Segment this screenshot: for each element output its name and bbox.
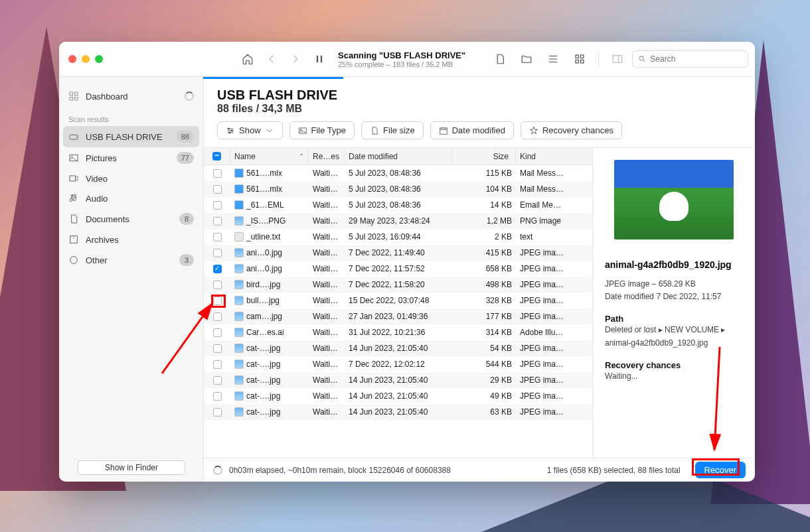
- table-row[interactable]: cat-….jpgWaiti…14 Jun 2023, 21:05:4049 K…: [204, 388, 592, 404]
- row-checkbox[interactable]: [213, 265, 222, 273]
- file-kind: Mail Mess…: [516, 168, 592, 178]
- table-row[interactable]: Car…es.aiWaiti…31 Jul 2022, 10:21:36314 …: [204, 324, 592, 340]
- table-row[interactable]: cat-….jpgWaiti…14 Jun 2023, 21:05:4029 K…: [204, 372, 592, 388]
- table-row[interactable]: cat-….jpgWaiti…7 Dec 2022, 12:02:12544 K…: [204, 356, 592, 372]
- row-checkbox[interactable]: [213, 328, 222, 337]
- file-date: 7 Dec 2022, 12:02:12: [345, 360, 452, 369]
- table-row[interactable]: 561….mlxWaiti…5 Jul 2023, 08:48:36104 KB…: [204, 181, 592, 197]
- maximize-icon[interactable]: [95, 55, 103, 63]
- file-name: cat-….jpg: [246, 344, 280, 353]
- row-checkbox[interactable]: [213, 344, 222, 353]
- row-checkbox[interactable]: [213, 297, 222, 305]
- file-size: 177 KB: [452, 312, 516, 321]
- image-icon: [298, 126, 307, 135]
- sidebar-item-video[interactable]: Video: [59, 168, 203, 188]
- header-name[interactable]: Name⌃: [230, 148, 309, 165]
- sidebar-toggle-icon[interactable]: [609, 51, 625, 67]
- show-in-finder-button[interactable]: Show in Finder: [78, 460, 185, 475]
- row-checkbox[interactable]: [213, 169, 222, 178]
- file-name: ani…0.jpg: [246, 248, 282, 257]
- header-kind[interactable]: Kind: [516, 148, 592, 165]
- file-recovery: Waiti…: [309, 296, 345, 305]
- home-icon[interactable]: [240, 51, 256, 67]
- back-icon[interactable]: [264, 51, 280, 67]
- row-checkbox[interactable]: [213, 376, 222, 385]
- row-checkbox[interactable]: [213, 392, 222, 401]
- grid-view-icon[interactable]: [572, 51, 588, 67]
- row-checkbox[interactable]: [213, 281, 222, 289]
- filter-recovery-button[interactable]: Recovery chances: [521, 121, 622, 139]
- table-row[interactable]: bird….jpgWaiti…7 Dec 2022, 11:58:20498 K…: [204, 277, 592, 293]
- file-icon: [234, 216, 244, 226]
- search-field[interactable]: [632, 50, 748, 68]
- search-input[interactable]: [650, 54, 742, 64]
- header-recovery[interactable]: Re…es: [309, 148, 345, 165]
- row-checkbox[interactable]: [213, 408, 222, 417]
- sidebar-item-label: Dashboard: [86, 92, 128, 101]
- sidebar-badge: 8: [179, 213, 194, 225]
- file-icon: [234, 312, 244, 321]
- table-row[interactable]: _IS….PNGWaiti…29 May 2023, 23:48:241,2 M…: [204, 213, 592, 229]
- sidebar-dashboard[interactable]: Dashboard: [59, 86, 203, 106]
- table-row[interactable]: ani…0.jpgWaiti…7 Dec 2022, 11:57:52658 K…: [204, 261, 592, 277]
- folder-icon[interactable]: [519, 51, 534, 67]
- table-row[interactable]: _utline.txtWaiti…5 Jul 2023, 16:09:442 K…: [204, 229, 592, 245]
- filter-filetype-button[interactable]: File Type: [289, 121, 355, 139]
- row-checkbox[interactable]: [213, 233, 222, 241]
- svg-rect-6: [70, 92, 73, 96]
- row-checkbox[interactable]: [213, 249, 222, 257]
- file-icon: [234, 248, 244, 257]
- pause-icon[interactable]: [311, 51, 327, 67]
- filter-show-button[interactable]: Show: [217, 121, 283, 139]
- minimize-icon[interactable]: [82, 55, 90, 63]
- recover-button[interactable]: Recover: [695, 462, 746, 478]
- table-row[interactable]: ani…0.jpgWaiti…7 Dec 2022, 11:49:40415 K…: [204, 245, 592, 261]
- sidebar-item-archives[interactable]: Archives: [59, 230, 203, 249]
- header-size[interactable]: Size: [452, 148, 516, 165]
- header-date[interactable]: Date modified: [345, 148, 452, 165]
- file-size: 29 KB: [452, 375, 516, 385]
- file-icon: [234, 360, 244, 369]
- close-icon[interactable]: [68, 55, 76, 63]
- sidebar-item-documents[interactable]: Documents8: [59, 208, 203, 230]
- table-row[interactable]: _61…EMLWaiti…5 Jul 2023, 08:48:3614 KBEm…: [204, 197, 592, 213]
- file-name: cat-….jpg: [246, 391, 280, 401]
- row-checkbox[interactable]: [213, 360, 222, 369]
- file-recovery: Waiti…: [309, 312, 345, 321]
- table-header: Name⌃ Re…es Date modified Size Kind: [204, 148, 592, 165]
- document-icon[interactable]: [492, 51, 508, 67]
- table-row[interactable]: 561….mlxWaiti…5 Jul 2023, 08:48:36115 KB…: [204, 165, 592, 181]
- table-row[interactable]: bull….jpgWaiti…15 Dec 2022, 03:07:48328 …: [204, 293, 592, 308]
- forward-icon[interactable]: [287, 51, 303, 67]
- svg-rect-12: [70, 155, 78, 161]
- file-size: 328 KB: [452, 296, 516, 305]
- sidebar-item-other[interactable]: Other3: [59, 249, 203, 271]
- svg-rect-8: [70, 97, 73, 100]
- sidebar-badge: 3: [179, 254, 194, 266]
- filter-filesize-button[interactable]: File size: [361, 121, 424, 139]
- table-row[interactable]: cat-….jpgWaiti…14 Jun 2023, 21:05:4063 K…: [204, 404, 592, 420]
- header-checkbox[interactable]: [204, 148, 230, 165]
- row-checkbox[interactable]: [213, 217, 222, 226]
- sidebar-item-usb-flash-drive[interactable]: USB FLASH DRIVE88: [63, 126, 199, 147]
- preview-date: Date modified 7 Dec 2022, 11:57: [605, 291, 743, 303]
- filter-datemod-button[interactable]: Date modified: [430, 121, 514, 139]
- table-row[interactable]: cat-….jpgWaiti…14 Jun 2023, 21:05:4054 K…: [204, 340, 592, 356]
- sidebar-item-label: Archives: [86, 235, 119, 245]
- table-row[interactable]: cam….jpgWaiti…27 Jan 2023, 01:49:36177 K…: [204, 308, 592, 324]
- row-checkbox[interactable]: [213, 201, 222, 210]
- file-icon: [234, 391, 244, 401]
- row-checkbox[interactable]: [213, 185, 222, 194]
- file-name: cam….jpg: [246, 312, 282, 321]
- file-icon: [370, 126, 379, 135]
- list-view-icon[interactable]: [545, 51, 561, 67]
- main-panel: USB FLASH DRIVE 88 files / 34,3 MB Show …: [204, 77, 755, 482]
- file-kind: JPEG ima…: [516, 280, 592, 289]
- file-icon: [234, 344, 244, 353]
- sidebar-item-pictures[interactable]: Pictures77: [59, 147, 203, 168]
- file-recovery: Waiti…: [309, 328, 345, 337]
- svg-rect-7: [74, 92, 78, 96]
- sidebar-item-audio[interactable]: Audio: [59, 188, 203, 208]
- file-recovery: Waiti…: [309, 375, 345, 385]
- row-checkbox[interactable]: [213, 312, 222, 321]
